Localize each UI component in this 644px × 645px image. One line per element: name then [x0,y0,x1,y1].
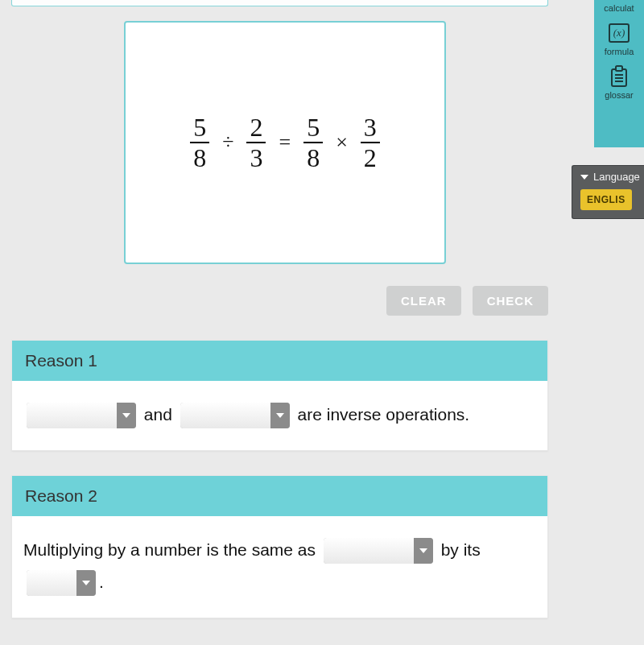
reason-1-body: and are inverse operations. [12,381,547,450]
operator-multiply: × [334,130,349,155]
language-header-label: Language [593,171,640,183]
fraction-4-numerator: 3 [361,114,380,142]
glossary-tool[interactable]: glossar [594,61,644,105]
chevron-down-icon [270,403,290,428]
fraction-3-numerator: 5 [303,114,323,142]
reason-2-card: Reason 2 Multiplying by a number is the … [11,475,548,618]
reason-2-text-a: Multiplying by a number is the same as [23,540,316,559]
tool-rail: calculat (x) formula glossar [594,0,644,147]
reason-1-dropdown-1[interactable] [27,403,136,428]
chevron-down-icon [117,403,136,428]
glossary-label: glossar [605,90,633,100]
previous-panel-edge [11,0,548,6]
fraction-4: 3 2 [361,114,380,171]
dropdown-field [27,403,117,428]
reason-2-body: Multiplying by a number is the same as b… [12,516,547,618]
calculator-label: calculat [604,3,634,13]
formulas-label: formula [605,47,634,56]
calculator-tool[interactable]: calculat [594,2,644,18]
dropdown-field [324,538,414,564]
dropdown-field [27,570,76,596]
clear-button[interactable]: CLEAR [386,286,461,316]
operator-divide: ÷ [221,130,235,155]
fraction-1-numerator: 5 [190,114,209,142]
operator-equals: = [277,130,292,155]
svg-rect-3 [616,66,622,71]
formulas-icon: (x) [607,21,631,45]
chevron-down-icon [76,570,96,596]
check-button[interactable]: CHECK [473,286,548,316]
language-panel[interactable]: Language ENGLIS [572,165,644,219]
action-row: CLEAR CHECK [11,286,548,316]
dropdown-field [180,403,270,428]
fraction-1-denominator: 8 [190,143,209,171]
reason-2-text-b: by its [441,540,481,559]
chevron-down-icon [414,538,433,564]
fraction-3: 5 8 [303,114,323,171]
equation: 5 8 ÷ 2 3 = 5 8 × 3 2 [190,114,380,171]
reason-1-text-mid: and [144,405,172,424]
reason-1-dropdown-2[interactable] [180,403,290,428]
formulas-tool[interactable]: (x) formula [594,18,644,61]
chevron-down-icon [580,175,588,180]
language-selected[interactable]: ENGLIS [580,189,632,210]
fraction-3-denominator: 8 [303,143,323,171]
reason-2-dropdown-2[interactable] [27,570,96,596]
fraction-2-denominator: 3 [246,143,266,171]
fraction-4-denominator: 2 [361,143,380,171]
reason-2-dropdown-1[interactable] [324,538,433,564]
fraction-2-numerator: 2 [246,114,266,142]
reason-1-text-tail: are inverse operations. [298,405,470,424]
reason-2-title: Reason 2 [12,476,547,516]
fraction-1: 5 8 [190,114,209,171]
svg-text:(x): (x) [613,27,625,39]
reason-2-text-c: . [99,573,104,591]
reason-1-title: Reason 1 [12,341,547,381]
glossary-icon [609,64,630,89]
reason-1-card: Reason 1 and are inverse operations. [11,340,548,451]
equation-panel: 5 8 ÷ 2 3 = 5 8 × 3 2 [124,21,446,264]
fraction-2: 2 3 [246,114,266,171]
language-header[interactable]: Language [580,171,639,183]
